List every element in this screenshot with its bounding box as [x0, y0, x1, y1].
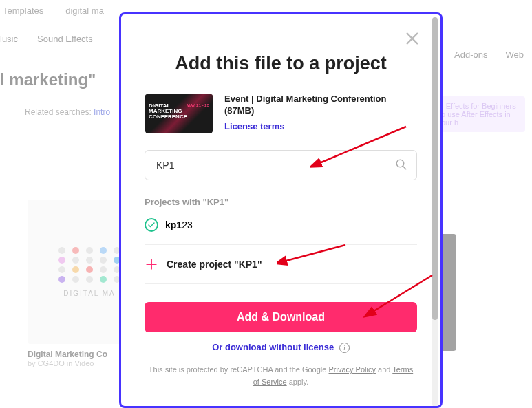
bg-nav-item: Web: [506, 50, 524, 60]
create-project-row[interactable]: Create project "KP1": [145, 245, 417, 284]
license-terms-link[interactable]: License terms: [224, 121, 284, 131]
bg-nav-item: Add-ons: [454, 50, 487, 60]
bg-thumb-label: DIGITAL MA: [63, 290, 116, 297]
project-search-input[interactable]: [145, 150, 417, 180]
project-result-item[interactable]: kp123: [145, 215, 417, 245]
recaptcha-legal: This site is protected by reCAPTCHA and …: [145, 364, 417, 388]
bg-promo-line: r Effects for Beginners: [441, 102, 520, 110]
bg-related-link: Intro: [94, 107, 110, 117]
privacy-policy-link[interactable]: Privacy Policy: [328, 365, 375, 374]
thumb-date: MAY 21 - 23: [187, 103, 209, 107]
plus-icon: [145, 257, 158, 271]
bg-promo-banner: r Effects for Beginners o use After Effe…: [436, 96, 525, 132]
file-summary: DIGITAL MARKETING CONFERENCE MAY 21 - 23…: [145, 94, 417, 133]
bg-nav-item: Sound Effects: [37, 34, 93, 44]
download-without-license-link[interactable]: Or download without license i: [145, 342, 417, 353]
info-icon: i: [339, 343, 350, 353]
alt-download-label: Or download without license: [212, 342, 334, 352]
file-thumbnail: DIGITAL MARKETING CONFERENCE MAY 21 - 23: [145, 94, 213, 133]
add-to-project-modal: Add this file to a project DIGITAL MARKE…: [119, 12, 443, 408]
bg-crumb: Templates: [3, 6, 43, 16]
bg-related-label: Related searches:: [25, 107, 92, 117]
bg-nav-right: Add-ons Web: [454, 50, 524, 60]
add-and-download-button[interactable]: Add & Download: [145, 302, 417, 332]
modal-heading: Add this file to a project: [145, 53, 417, 74]
thumb-title: DIGITAL MARKETING CONFERENCE: [149, 103, 187, 120]
close-button[interactable]: [405, 31, 424, 50]
bg-nav-item: lusic: [0, 34, 18, 44]
projects-section-label: Projects with "KP1": [145, 197, 417, 207]
file-title: Event | Digital Marketing Conferention (…: [224, 94, 417, 117]
project-search: [145, 150, 417, 180]
check-icon: [145, 218, 158, 232]
scrollbar[interactable]: [432, 17, 438, 407]
search-icon: [395, 158, 407, 173]
project-name: kp123: [165, 219, 193, 230]
create-project-label: Create project "KP1": [167, 259, 262, 270]
bg-crumb: digital ma: [65, 6, 104, 16]
close-icon: [405, 31, 420, 46]
bg-promo-line: o use After Effects in our h: [441, 110, 520, 127]
